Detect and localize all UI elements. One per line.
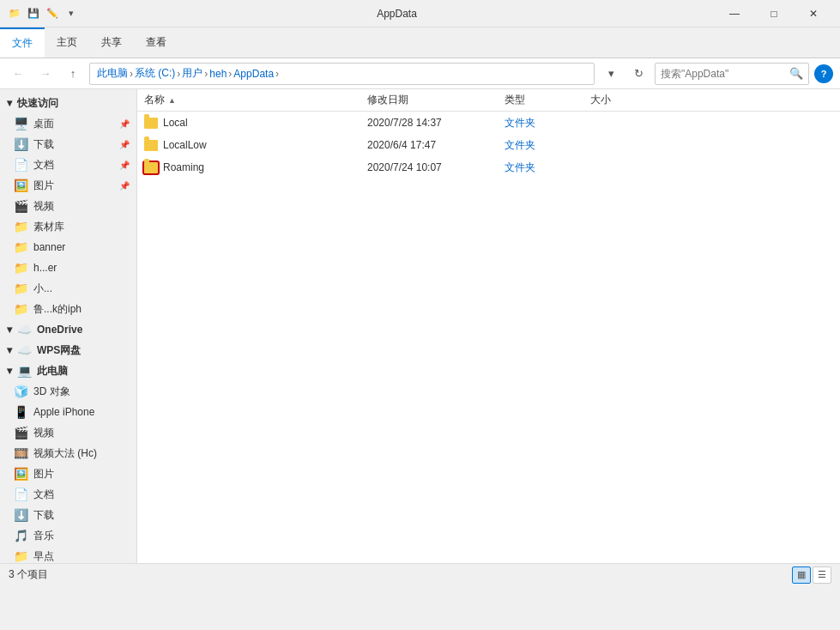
col-header-type[interactable]: 类型 — [505, 93, 590, 107]
sidebar-item-downloads[interactable]: ⬇️ 下载 📌 — [7, 134, 136, 154]
sidebar-label-videodalaw: 视频大法 (Hc) — [33, 446, 97, 461]
file-row-local[interactable]: Local 2020/7/28 14:37 文件夹 — [137, 112, 840, 134]
file-list: Local 2020/7/28 14:37 文件夹 LocalLow 2020/… — [137, 112, 840, 563]
downloads-icon: ⬇️ — [14, 137, 28, 151]
path-users[interactable]: 用户 — [182, 66, 202, 81]
minimize-button[interactable]: — — [715, 0, 754, 27]
file-type-locallow: 文件夹 — [505, 138, 590, 153]
tab-share[interactable]: 共享 — [89, 27, 134, 58]
sidebar-item-pictures2[interactable]: 🖼️ 图片 — [7, 463, 136, 484]
sidebar-item-documents2[interactable]: 📄 文档 — [7, 484, 136, 505]
close-button[interactable]: ✕ — [794, 0, 833, 27]
edit-icon-title: ✏️ — [45, 6, 60, 21]
folder-icon-sucaiku: 📁 — [14, 220, 28, 233]
tab-home[interactable]: 主页 — [45, 27, 89, 58]
quick-access-header[interactable]: ▾ 快速访问 — [0, 93, 136, 113]
file-name-locallow: LocalLow — [144, 139, 367, 151]
onedrive-icon: ☁️ — [17, 323, 32, 336]
sidebar-item-desktop[interactable]: 🖥️ 桌面 📌 — [7, 113, 136, 134]
sidebar-item-documents[interactable]: 📄 文档 📌 — [7, 154, 136, 175]
sort-arrow-icon: ▲ — [168, 96, 176, 105]
pictures-icon: 🖼️ — [14, 179, 28, 192]
sidebar-label-documents: 文档 — [33, 158, 54, 173]
ribbon: 文件 主页 共享 查看 — [0, 27, 840, 58]
sidebar-item-videos[interactable]: 🎬 视频 — [7, 196, 136, 216]
path-drive[interactable]: 系统 (C:) — [135, 66, 175, 81]
sidebar-label-videos2: 视频 — [33, 426, 54, 440]
sidebar-item-her[interactable]: 📁 h...er — [7, 257, 136, 278]
documents-icon: 📄 — [14, 158, 28, 172]
refresh-button[interactable]: ↻ — [627, 63, 650, 85]
sidebar-label-downloads: 下载 — [33, 137, 54, 152]
file-area: 名称 ▲ 修改日期 类型 大小 Local 2020/7/28 14:37 文件… — [137, 89, 840, 563]
path-sep-4: › — [228, 68, 232, 80]
videodalaw-icon: 🎞️ — [14, 446, 28, 460]
tab-file[interactable]: 文件 — [0, 27, 45, 58]
sidebar-item-videodalaw[interactable]: 🎞️ 视频大法 (Hc) — [7, 443, 136, 463]
folder-icon-banner: 📁 — [14, 240, 28, 254]
col-header-size[interactable]: 大小 — [590, 93, 659, 107]
tab-view[interactable]: 查看 — [134, 27, 178, 58]
help-button[interactable]: ? — [814, 64, 833, 83]
maximize-button[interactable]: □ — [754, 0, 794, 27]
up-button[interactable]: ↑ — [62, 63, 84, 85]
this-pc-label: 此电脑 — [37, 364, 68, 379]
sidebar-label-music: 音乐 — [33, 529, 54, 543]
sidebar-item-downloads2[interactable]: ⬇️ 下载 — [7, 505, 136, 525]
sidebar-label-iphone: Apple iPhone — [33, 406, 94, 418]
view-btn-list[interactable]: ☰ — [813, 566, 831, 584]
sidebar-item-luiph[interactable]: 📁 鲁...k的iph — [7, 299, 136, 319]
sidebar-item-iphone[interactable]: 📱 Apple iPhone — [7, 402, 136, 422]
view-btn-grid[interactable]: ▦ — [792, 566, 811, 584]
videos-icon: 🎬 — [14, 199, 28, 213]
file-name-roaming: Roaming — [144, 161, 367, 173]
file-row-locallow[interactable]: LocalLow 2020/6/4 17:47 文件夹 — [137, 134, 840, 156]
dropdown-path-button[interactable]: ▾ — [600, 63, 622, 85]
this-pc-icon: 💻 — [17, 364, 32, 378]
path-heh[interactable]: heh — [209, 68, 227, 80]
path-computer[interactable]: 此电脑 — [97, 66, 128, 81]
window-controls: — □ ✕ — [715, 0, 833, 27]
dropdown-icon-title[interactable]: ▾ — [63, 6, 79, 21]
sidebar-label-pictures2: 图片 — [33, 467, 54, 482]
sidebar-label-sucaiku: 素材库 — [33, 220, 64, 234]
status-bar: 3 个项目 ▦ ☰ — [0, 563, 840, 585]
sidebar-item-xiao[interactable]: 📁 小... — [7, 278, 136, 299]
onedrive-header[interactable]: ▾ ☁️ OneDrive — [0, 319, 136, 340]
address-path[interactable]: 此电脑 › 系统 (C:) › 用户 › heh › AppData › — [89, 63, 595, 85]
col-header-date[interactable]: 修改日期 — [367, 93, 505, 107]
this-pc-header[interactable]: ▾ 💻 此电脑 — [0, 360, 136, 381]
sidebar-item-pictures[interactable]: 🖼️ 图片 📌 — [7, 175, 136, 196]
quick-access-label: 快速访问 — [17, 96, 58, 111]
folder-icon-xiao: 📁 — [14, 282, 28, 295]
sidebar-label-desktop: 桌面 — [33, 117, 54, 131]
wps-header[interactable]: ▾ ☁️ WPS网盘 — [0, 340, 136, 360]
path-sep-2: › — [177, 68, 180, 80]
pin-icon-desktop: 📌 — [119, 119, 130, 129]
documents2-icon: 📄 — [14, 488, 28, 501]
col-header-name[interactable]: 名称 ▲ — [144, 93, 367, 107]
back-button[interactable]: ← — [7, 63, 29, 85]
sidebar-item-banner[interactable]: 📁 banner — [7, 237, 136, 257]
onedrive-label: OneDrive — [37, 324, 82, 336]
wps-icon: ☁️ — [17, 343, 32, 357]
path-appdata[interactable]: AppData — [233, 68, 274, 80]
forward-button[interactable]: → — [34, 63, 57, 85]
file-row-roaming[interactable]: Roaming 2020/7/24 10:07 文件夹 — [137, 156, 840, 179]
file-type-local: 文件夹 — [505, 116, 590, 130]
sidebar-item-zaodian[interactable]: 📁 早点 — [7, 546, 136, 563]
sidebar-label-xiao: 小... — [33, 282, 52, 296]
search-input[interactable] — [661, 68, 789, 80]
pin-icon-documents: 📌 — [119, 161, 130, 170]
sidebar-item-3d[interactable]: 🧊 3D 对象 — [7, 381, 136, 402]
folder-icon-local — [144, 118, 158, 129]
folder-icon-roaming — [144, 162, 158, 173]
sidebar-item-sucaiku[interactable]: 📁 素材库 — [7, 216, 136, 237]
window-title: AppData — [79, 8, 715, 20]
this-pc-section: 🧊 3D 对象 📱 Apple iPhone 🎬 视频 🎞️ 视频大法 (Hc)… — [0, 381, 136, 563]
file-label-roaming: Roaming — [163, 161, 204, 173]
folder-icon-small: 📁 — [7, 6, 22, 21]
sidebar-item-videos2[interactable]: 🎬 视频 — [7, 422, 136, 443]
sidebar-item-music[interactable]: 🎵 音乐 — [7, 525, 136, 546]
pin-icon-pictures: 📌 — [119, 181, 130, 191]
